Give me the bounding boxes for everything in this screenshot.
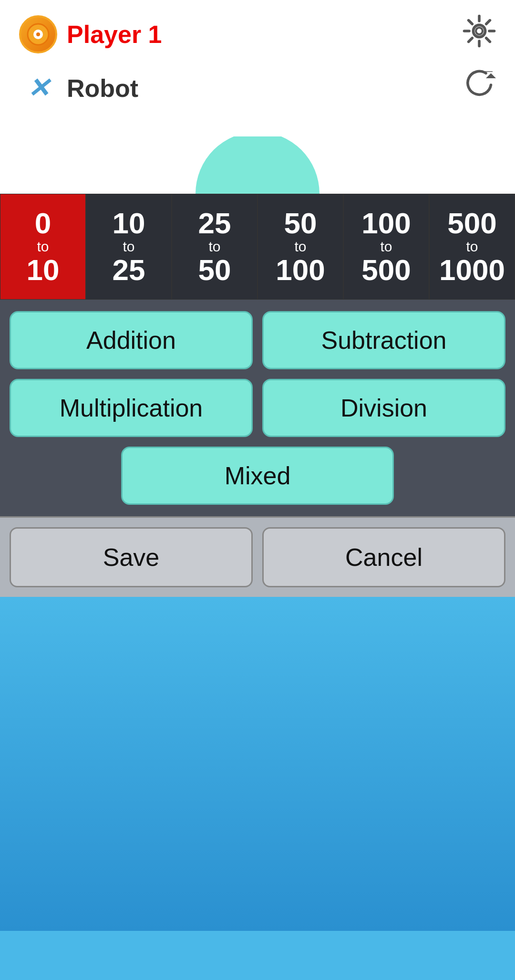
range-25-50-mid: to — [208, 238, 220, 255]
robot-name: Robot — [67, 74, 138, 103]
action-row: Save Cancel — [0, 516, 515, 597]
refresh-button[interactable] — [463, 68, 496, 108]
blue-bottom-area — [0, 597, 515, 931]
range-10-25-mid: to — [123, 238, 134, 255]
range-50-100-mid: to — [294, 238, 306, 255]
range-25-50[interactable]: 25 to 50 — [172, 194, 258, 300]
robot-avatar: ✕ — [19, 69, 57, 107]
addition-button[interactable]: Addition — [10, 311, 253, 369]
main-panel: 0 to 10 10 to 25 25 to 50 50 to 100 100 … — [0, 194, 515, 597]
player1-avatar — [19, 15, 57, 53]
arch-bubble — [196, 132, 319, 194]
division-button[interactable]: Division — [262, 379, 505, 437]
gear-icon — [463, 14, 496, 48]
svg-line-9 — [486, 38, 490, 42]
robot-info: ✕ Robot — [19, 69, 138, 107]
svg-line-10 — [486, 21, 490, 24]
range-0-10[interactable]: 0 to 10 — [0, 194, 86, 300]
multiplication-button[interactable]: Multiplication — [10, 379, 253, 437]
range-500-1000-bot: 1000 — [439, 255, 505, 285]
svg-point-12 — [476, 28, 483, 34]
top-area: Player 1 ✕ — [0, 0, 515, 136]
range-25-50-top: 25 — [198, 209, 231, 238]
svg-point-2 — [36, 32, 40, 36]
range-10-25-bot: 25 — [113, 255, 145, 285]
svg-marker-13 — [486, 73, 496, 79]
arch-area — [0, 136, 515, 194]
player1-name: Player 1 — [67, 20, 162, 49]
range-0-10-top: 0 — [35, 209, 51, 238]
range-50-100[interactable]: 50 to 100 — [258, 194, 343, 300]
range-100-500[interactable]: 100 to 500 — [343, 194, 429, 300]
range-50-100-bot: 100 — [276, 255, 325, 285]
player1-info: Player 1 — [19, 15, 162, 53]
range-10-25[interactable]: 10 to 25 — [86, 194, 172, 300]
range-0-10-mid: to — [37, 238, 49, 255]
mixed-button[interactable]: Mixed — [121, 447, 394, 505]
cancel-button[interactable]: Cancel — [262, 527, 505, 587]
operations-grid: Addition Subtraction Multiplication Divi… — [0, 300, 515, 447]
range-500-1000-top: 500 — [447, 209, 496, 238]
player1-row: Player 1 — [19, 14, 496, 54]
range-25-50-bot: 50 — [198, 255, 231, 285]
range-50-100-top: 50 — [284, 209, 317, 238]
range-100-500-mid: to — [380, 238, 392, 255]
range-500-1000[interactable]: 500 to 1000 — [429, 194, 515, 300]
robot-row: ✕ Robot — [19, 68, 496, 108]
subtraction-button[interactable]: Subtraction — [262, 311, 505, 369]
refresh-icon — [463, 68, 496, 102]
save-button[interactable]: Save — [10, 527, 253, 587]
range-selector: 0 to 10 10 to 25 25 to 50 50 to 100 100 … — [0, 194, 515, 300]
range-100-500-top: 100 — [361, 209, 411, 238]
range-500-1000-mid: to — [466, 238, 478, 255]
range-0-10-bot: 10 — [27, 255, 60, 285]
settings-button[interactable] — [463, 14, 496, 54]
mixed-row: Mixed — [0, 447, 515, 516]
svg-line-11 — [469, 38, 473, 42]
svg-line-8 — [469, 21, 473, 24]
range-10-25-top: 10 — [113, 209, 145, 238]
range-100-500-bot: 500 — [361, 255, 411, 285]
x-icon: ✕ — [27, 73, 50, 104]
